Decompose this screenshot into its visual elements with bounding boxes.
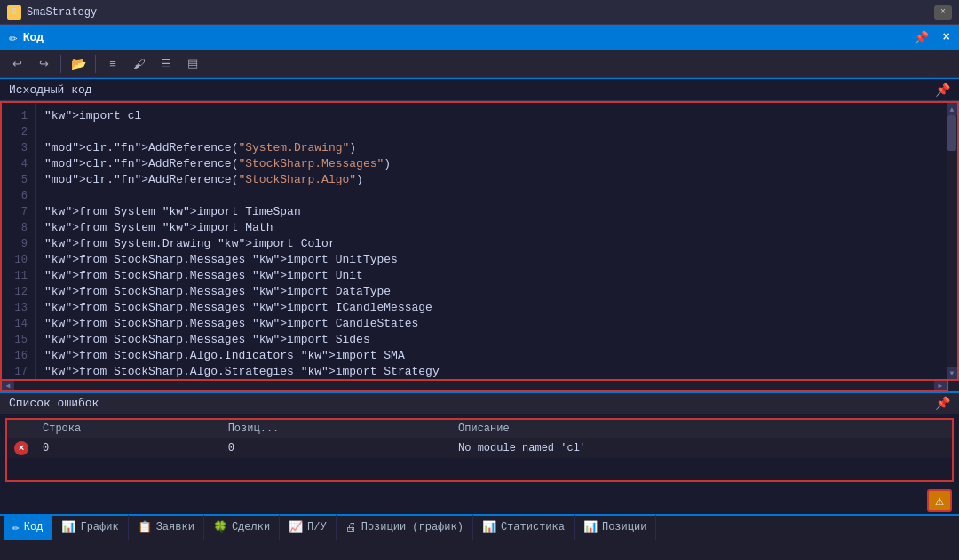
error-icon-cell: × (7, 438, 36, 459)
tab-positions[interactable]: 📊Позиции (575, 515, 656, 540)
scrollbar-thumb[interactable] (947, 115, 956, 151)
tab-label-code: Код (24, 521, 44, 533)
brush-button[interactable]: 🖌 (128, 53, 151, 75)
tab-code[interactable]: ✏Код (4, 515, 52, 540)
scrollbar-horizontal[interactable]: ◀ ▶ (0, 381, 948, 391)
tab-pl[interactable]: 📈П/У (280, 515, 337, 540)
tab-icon-statistics: 📊 (482, 520, 496, 534)
code-label: Исходный код 📌 (0, 78, 959, 101)
tab-trades[interactable]: 🍀Сделки (204, 515, 280, 540)
errors-table: Строка Позиц... Описание × 0 0 No module… (7, 420, 952, 458)
errors-table-container: Строка Позиц... Описание × 0 0 No module… (5, 418, 954, 482)
tab-icon-chart: 📊 (61, 520, 75, 534)
error-line: 0 (36, 438, 221, 459)
tab-statistics[interactable]: 📊Статистика (473, 515, 575, 540)
code-content[interactable]: "kw">import cl "mod">clr."fn">AddReferen… (36, 103, 947, 379)
list3-button[interactable]: ☰ (155, 53, 178, 75)
tab-label-trades: Сделки (232, 521, 270, 533)
table-row[interactable]: × 0 0 No module named 'cl' (7, 438, 952, 459)
scrollbar-down[interactable]: ▼ (947, 367, 957, 379)
tab-label-pl: П/У (307, 521, 327, 533)
error-desc: No module named 'cl' (451, 438, 952, 459)
scrollbar-h-right[interactable]: ▶ (934, 380, 947, 390)
section-close-button[interactable]: × (943, 30, 950, 44)
tab-label-statistics: Статистика (501, 521, 565, 533)
title-bar-text: SmaStrategy (27, 6, 934, 19)
code-editor[interactable]: 12345678910111213141516171819 "kw">impor… (0, 101, 959, 381)
errors-header: Список ошибок 📌 (0, 391, 959, 414)
col-pos: Позиц... (221, 420, 451, 438)
errors-header-text: Список ошибок (9, 397, 935, 410)
col-desc: Описание (451, 420, 952, 438)
tab-label-positions: Позиции (602, 521, 646, 533)
redo-button[interactable]: ↪ (32, 53, 55, 75)
section-header: ✏ Код 📌 × (0, 25, 959, 50)
tab-chart[interactable]: 📊График (52, 515, 128, 540)
error-icon: × (14, 441, 28, 455)
title-bar-close-button[interactable]: × (934, 5, 952, 20)
tab-orders[interactable]: 📋Заявки (129, 515, 204, 540)
tab-icon-pl: 📈 (289, 520, 303, 534)
scrollbar-h-left[interactable]: ◀ (2, 380, 14, 390)
open-button[interactable]: 📂 (67, 53, 90, 75)
warning-area: ⚠ (0, 485, 959, 514)
tab-label-chart: График (80, 521, 118, 533)
code-pin-icon[interactable]: 📌 (935, 83, 950, 98)
pin-icon[interactable]: 📌 (914, 30, 929, 45)
scrollbar-h-track (14, 380, 934, 390)
code-label-text: Исходный код (9, 83, 935, 97)
tab-icon-orders: 📋 (138, 520, 152, 534)
section-header-title: Код (23, 31, 914, 44)
app-icon: S (7, 5, 21, 20)
scrollbar-up[interactable]: ▲ (947, 103, 957, 115)
errors-pin-icon[interactable]: 📌 (935, 396, 950, 411)
undo-button[interactable]: ↩ (5, 53, 28, 75)
tab-label-positions-chart: Позиции (график) (361, 521, 464, 533)
tab-label-orders: Заявки (156, 521, 194, 533)
toolbar-separator (60, 55, 61, 73)
tab-icon-positions-chart: 🖨 (345, 521, 357, 534)
tab-icon-positions: 📊 (583, 520, 598, 534)
errors-section: Список ошибок 📌 Строка Позиц... Описание… (0, 391, 959, 514)
scrollbar-track (947, 115, 957, 367)
tab-positions-chart[interactable]: 🖨Позиции (график) (337, 515, 473, 540)
toolbar: ↩ ↪ 📂 ≡ 🖌 ☰ ▤ (0, 50, 959, 78)
col-icon (7, 420, 36, 438)
list4-button[interactable]: ▤ (181, 53, 204, 75)
list1-button[interactable]: ≡ (101, 53, 124, 75)
warning-button[interactable]: ⚠ (927, 489, 952, 512)
title-bar: S SmaStrategy × (0, 0, 959, 25)
toolbar-separator-2 (95, 55, 96, 73)
bottom-tab-bar: ✏Код📊График📋Заявки🍀Сделки📈П/У🖨Позиции (г… (0, 514, 959, 539)
tab-icon-trades: 🍀 (213, 520, 227, 534)
tab-icon-code: ✏ (12, 520, 20, 534)
line-numbers: 12345678910111213141516171819 (2, 103, 36, 379)
error-pos: 0 (221, 438, 451, 459)
col-line: Строка (36, 420, 221, 438)
